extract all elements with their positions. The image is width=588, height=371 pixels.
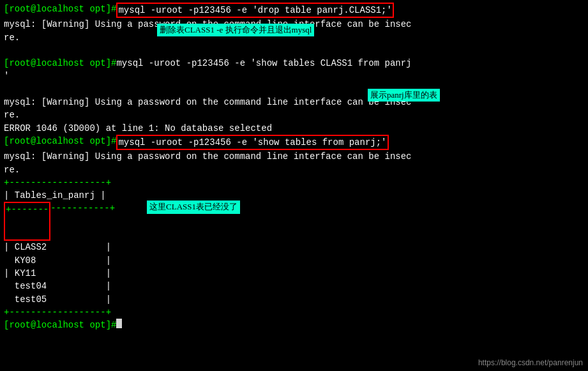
table-row-test04: test04 | bbox=[4, 280, 584, 292]
cursor bbox=[116, 319, 122, 328]
watermark: https://blog.csdn.net/panrenjun bbox=[478, 358, 583, 367]
table-bottom: +------------------+ bbox=[4, 306, 584, 319]
prompt-2: [root@localhost opt]# bbox=[4, 57, 116, 70]
line-5: [root@localhost opt]#mysql -uroot -p1234… bbox=[4, 57, 584, 70]
table-row-test05: test05 | bbox=[4, 293, 584, 306]
line-7: mysql: [Warning] Using a password on the… bbox=[4, 96, 584, 109]
table-header: | Tables_in_panrj | bbox=[4, 189, 584, 202]
cmd-1: mysql -uroot -p123456 -e 'drop table pan… bbox=[118, 5, 391, 15]
table-top: +------------------+ bbox=[4, 176, 584, 189]
line-1: [root@localhost opt]#mysql -uroot -p1234… bbox=[4, 3, 584, 18]
final-prompt: [root@localhost opt]# bbox=[4, 319, 116, 331]
line-6: ' bbox=[4, 70, 584, 82]
annotation-1: 删除表CLASS1 -e 执行命令并且退出mysql bbox=[157, 24, 314, 36]
annotation-3: 这里CLASS1表已经没了 bbox=[147, 201, 240, 214]
table-row-class2: | CLASS2 | bbox=[4, 241, 584, 254]
cmd-3: mysql -uroot -p123456 -e 'show tables fr… bbox=[118, 137, 386, 148]
table-row-ky08: KY08 | bbox=[4, 254, 584, 267]
prompt-3: [root@localhost opt]# bbox=[4, 135, 116, 150]
prompt-1: [root@localhost opt]# bbox=[4, 3, 116, 18]
line-8: re. bbox=[4, 109, 584, 121]
annotation-2: 展示panrj库里的表 bbox=[368, 89, 440, 102]
table-sep: +------------------+ 这里CLASS1表已经没了 bbox=[4, 202, 584, 241]
line-w2b: re. bbox=[4, 163, 584, 176]
table-row-ky11: | KY11 | bbox=[4, 267, 584, 280]
line-error: ERROR 1046 (3D000) at line 1: No databas… bbox=[4, 122, 584, 135]
line-w2: mysql: [Warning] Using a password on the… bbox=[4, 150, 584, 163]
cmd-2: mysql -uroot -p123456 -e 'show tables CL… bbox=[116, 57, 411, 70]
line-cmd3: [root@localhost opt]#mysql -uroot -p1234… bbox=[4, 135, 584, 150]
terminal: [root@localhost opt]#mysql -uroot -p1234… bbox=[0, 0, 588, 371]
final-prompt-line: [root@localhost opt]# bbox=[4, 319, 584, 331]
